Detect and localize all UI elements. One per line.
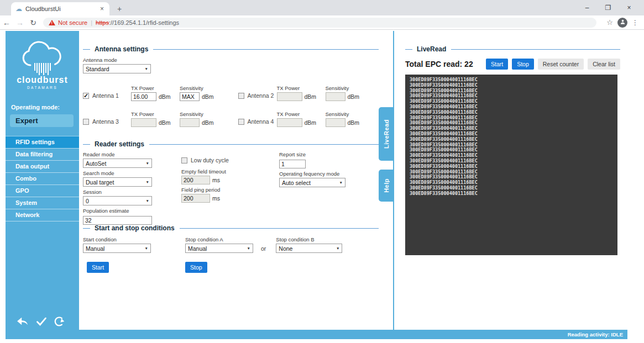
antenna-1-checkbox[interactable] (83, 93, 89, 99)
main-content: Antenna settings Antenna mode Standard A… (79, 31, 394, 330)
antenna-4-sensitivity-input[interactable] (326, 118, 345, 127)
antenna-1-sensitivity-input[interactable] (180, 92, 200, 101)
field-ping-period-label: Field ping period (181, 187, 264, 193)
tab-liveread[interactable]: LiveRead (379, 107, 394, 161)
reader-mode-select[interactable]: AutoSet (83, 159, 152, 168)
sidebar-item-combo[interactable]: Combo (6, 172, 79, 184)
stop-condition-a-label: Stop condition A (185, 236, 253, 242)
refresh-icon[interactable]: ↻ (27, 18, 40, 27)
profile-avatar[interactable] (617, 18, 627, 28)
cloudburst-logo: cloudburst DATAMARS (6, 31, 79, 89)
empty-field-timeout-input[interactable] (181, 176, 210, 184)
tab-close-icon[interactable]: × (99, 5, 105, 13)
antenna-2-sensitivity-input[interactable] (326, 92, 345, 101)
antenna-4-tx-power-input[interactable] (277, 118, 302, 127)
start-condition-label: Start condition (83, 236, 151, 242)
sensitivity-label: Sensitivity (326, 85, 370, 91)
antenna-3-checkbox[interactable] (83, 119, 89, 125)
antenna-3-tx-power-input[interactable] (131, 118, 156, 127)
url-text: ://169.254.1.1/rfid-settings (109, 19, 179, 26)
forward-icon[interactable]: → (13, 18, 27, 27)
antenna-3-cell: Antenna 3 TX Power dBm Sensitivity dBm (83, 105, 238, 127)
liveread-legend: LiveRead (405, 45, 620, 53)
antenna-2-checkbox[interactable] (238, 93, 244, 99)
not-secure-label[interactable]: Not secure (58, 19, 87, 26)
search-mode-select[interactable]: Dual target (83, 177, 152, 187)
stop-condition-b-select[interactable]: None (276, 244, 342, 253)
antenna-2-tx-power-input[interactable] (277, 92, 302, 101)
antenna-2-label: Antenna 2 (248, 92, 274, 99)
new-tab-button[interactable]: + (114, 3, 125, 14)
dbm-unit: dBm (348, 93, 360, 100)
person-icon (620, 19, 626, 25)
sidebar-item-data-filtering[interactable]: Data filtering (6, 148, 79, 160)
url-protocol: https (96, 19, 109, 26)
antenna-2-cell: Antenna 2 TX Power dBm Sensitivity dBm (238, 79, 394, 101)
logout-icon[interactable] (54, 316, 66, 326)
start-condition-select[interactable]: Manual (83, 244, 151, 253)
bookmark-star-icon[interactable]: ☆ (606, 18, 613, 27)
stop-button[interactable]: Stop (185, 262, 207, 273)
population-estimate-input[interactable] (83, 216, 152, 225)
stop-condition-a-select[interactable]: Manual (185, 244, 253, 253)
restore-icon[interactable]: ❐ (598, 0, 619, 15)
epc-list[interactable]: 300ED89F3350004001116BEC300ED89F33500040… (405, 75, 617, 255)
antenna-mode-select[interactable]: Standard (83, 64, 151, 73)
antenna-1-tx-power-input[interactable] (131, 92, 156, 101)
ms-unit: ms (212, 195, 220, 202)
tx-power-label: TX Power (131, 85, 180, 91)
antenna-mode-label: Antenna mode (83, 57, 393, 63)
close-icon[interactable]: × (619, 0, 640, 15)
url-field[interactable]: ! Not secure | https ://169.254.1.1/rfid… (43, 18, 596, 28)
stop-condition-b-label: Stop condition B (276, 236, 342, 242)
sensitivity-label: Sensitivity (180, 111, 224, 117)
empty-field-timeout-label: Empty field timeout (181, 168, 264, 175)
field-ping-period-input[interactable] (181, 194, 210, 203)
logo-subtitle: DATAMARS (6, 86, 79, 89)
start-button[interactable]: Start (87, 262, 109, 273)
reader-settings-title: Reader settings (95, 140, 144, 148)
back-arrow-icon[interactable] (17, 316, 29, 326)
antenna-settings-title: Antenna settings (95, 45, 148, 53)
address-bar: ← → ↻ ! Not secure | https ://169.254.1.… (0, 15, 644, 30)
sidebar-item-gpo[interactable]: GPO (6, 184, 79, 197)
frequency-mode-select[interactable]: Auto select (279, 178, 345, 187)
dbm-unit: dBm (348, 119, 360, 126)
tx-power-label: TX Power (277, 111, 326, 117)
omnibox-divider: | (91, 19, 92, 26)
sensitivity-label: Sensitivity (180, 85, 224, 91)
apply-check-icon[interactable] (36, 316, 47, 326)
tab-help[interactable]: Help (379, 170, 394, 202)
back-icon[interactable]: ← (0, 18, 13, 27)
sensitivity-label: Sensitivity (326, 111, 370, 117)
logo-wordmark: cloudburst (6, 75, 79, 85)
report-size-input[interactable] (279, 160, 306, 168)
antenna-3-sensitivity-input[interactable] (180, 118, 200, 127)
liveread-stop-button[interactable]: Stop (512, 59, 534, 70)
antenna-4-label: Antenna 4 (248, 118, 274, 125)
cloud-favicon-icon: ☁ (15, 5, 22, 13)
operating-mode-label: Operating mode: (6, 104, 79, 110)
clear-list-button[interactable]: Clear list (588, 59, 620, 70)
sidebar-item-data-output[interactable]: Data output (6, 160, 79, 172)
low-duty-cycle-checkbox[interactable] (181, 157, 187, 163)
sidebar-item-system[interactable]: System (6, 197, 79, 209)
sidebar-item-network[interactable]: Network (6, 209, 79, 221)
reader-settings-grid: Reader mode AutoSet Search mode Dual tar… (83, 151, 393, 215)
operating-mode-badge: Expert (10, 114, 74, 127)
reset-counter-button[interactable]: Reset counter (538, 59, 584, 70)
browser-tab-strip: ☁ CloudburstUi × + – ❐ × (0, 0, 644, 15)
session-label: Session (83, 189, 152, 195)
antenna-4-checkbox[interactable] (238, 119, 244, 125)
browser-menu-icon[interactable]: ⋮ (632, 19, 638, 27)
minimize-icon[interactable]: – (577, 0, 598, 15)
browser-tab[interactable]: ☁ CloudburstUi × (11, 2, 109, 15)
or-label: or (261, 245, 266, 252)
liveread-start-button[interactable]: Start (486, 59, 508, 70)
sidebar-nav: RFID settings Data filtering Data output… (6, 136, 79, 221)
antenna-mode-field: Antenna mode Standard (83, 57, 393, 73)
sidebar-item-rfid-settings[interactable]: RFID settings (6, 136, 79, 148)
antenna-4-cell: Antenna 4 TX Power dBm Sensitivity dBm (238, 105, 394, 127)
ms-unit: ms (212, 177, 220, 183)
session-select[interactable]: 0 (83, 196, 152, 205)
